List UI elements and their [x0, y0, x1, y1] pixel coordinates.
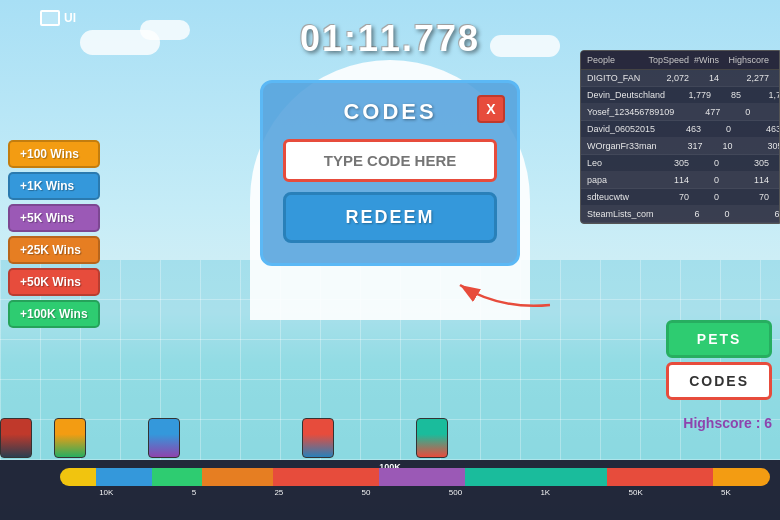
bar-seg-3	[152, 468, 202, 486]
lb-score: 305	[723, 158, 773, 168]
code-input[interactable]	[283, 139, 497, 182]
win-button[interactable]: +100 Wins	[8, 140, 100, 168]
lb-speed: 305	[643, 158, 693, 168]
bar-label-1k: 1K	[540, 488, 550, 497]
bar-seg-4	[202, 468, 273, 486]
leaderboard-row: SteamLists_com 6 0 6	[581, 206, 779, 223]
win-button[interactable]: +1K Wins	[8, 172, 100, 200]
lb-player-name: Yosef_123456789109	[587, 107, 674, 117]
lb-col-people: People	[587, 55, 643, 65]
codes-modal: CODES X REDEEM	[260, 80, 520, 266]
ui-box-icon	[40, 10, 60, 26]
bar-seg-6	[379, 468, 464, 486]
leaderboard-row: sdteucwtw 70 0 70	[581, 189, 779, 206]
avatar-1	[0, 418, 32, 458]
leaderboard-header: People TopSpeed #Wins Highscore	[581, 51, 779, 70]
close-button[interactable]: X	[477, 95, 505, 123]
lb-speed: 463	[655, 124, 705, 134]
lb-col-speed: TopSpeed	[643, 55, 693, 65]
lb-speed: 6	[654, 209, 704, 219]
cloud-2	[140, 20, 190, 40]
bar-label-50: 50	[362, 488, 371, 497]
bar-label-25: 25	[274, 488, 283, 497]
lb-wins: 0	[704, 209, 734, 219]
cloud-3	[490, 35, 560, 57]
bar-seg-9	[713, 468, 770, 486]
lb-wins: 0	[693, 175, 723, 185]
bar-label-5: 5	[192, 488, 196, 497]
lb-score: 70	[723, 192, 773, 202]
win-button[interactable]: +5K Wins	[8, 204, 100, 232]
ui-label: UI	[64, 10, 76, 26]
lb-score: 477	[754, 107, 780, 117]
avatar-3	[148, 418, 180, 458]
lb-score: 305	[737, 141, 780, 151]
lb-player-name: sdteucwtw	[587, 192, 643, 202]
highscore-label: Highscore :	[683, 415, 760, 431]
highscore-display: Highscore : 6	[683, 415, 772, 431]
leaderboard-row: Yosef_123456789109 477 0 477	[581, 104, 779, 121]
lb-player-name: Devin_Deutschland	[587, 90, 665, 100]
lb-player-name: WOrganFr33man	[587, 141, 657, 151]
bar-seg-5	[273, 468, 380, 486]
win-button[interactable]: +25K Wins	[8, 236, 100, 264]
lb-score: 114	[723, 175, 773, 185]
bar-seg-2	[96, 468, 153, 486]
game-timer: 01:11.778	[300, 18, 480, 60]
wins-panel: +100 Wins+1K Wins+5K Wins+25K Wins+50K W…	[8, 140, 100, 328]
lb-wins: 14	[693, 73, 723, 83]
lb-score: 463	[735, 124, 780, 134]
lb-speed: 2,072	[643, 73, 693, 83]
progress-area: 100K 10K 5 25 50 500 1K 50K 5K	[0, 460, 780, 520]
lb-player-name: Leo	[587, 158, 643, 168]
lb-speed: 114	[643, 175, 693, 185]
codes-side-button[interactable]: CODES	[666, 362, 772, 400]
leaderboard-row: Devin_Deutschland 1,779 85 1,779	[581, 87, 779, 104]
modal-title: CODES	[283, 99, 497, 125]
lb-score: 2,277	[723, 73, 773, 83]
lb-speed: 317	[657, 141, 707, 151]
lb-wins: 0	[724, 107, 754, 117]
win-button[interactable]: +100K Wins	[8, 300, 100, 328]
leaderboard-row: Leo 305 0 305	[581, 155, 779, 172]
progress-bar	[60, 468, 770, 486]
highscore-value: 6	[764, 415, 772, 431]
bar-labels: 10K 5 25 50 500 1K 50K 5K	[60, 488, 770, 497]
lb-speed: 477	[674, 107, 724, 117]
lb-wins: 0	[705, 124, 735, 134]
leaderboard-row: David_06052015 463 0 463	[581, 121, 779, 138]
win-button[interactable]: +50K Wins	[8, 268, 100, 296]
bar-seg-1	[60, 468, 96, 486]
bar-label-500: 500	[449, 488, 462, 497]
avatar-2	[54, 418, 86, 458]
bar-seg-8	[607, 468, 714, 486]
pets-button[interactable]: PETS	[666, 320, 772, 358]
bar-seg-7	[465, 468, 607, 486]
leaderboard: People TopSpeed #Wins Highscore DIGITO_F…	[580, 50, 780, 224]
lb-col-score: Highscore	[723, 55, 773, 65]
redeem-button[interactable]: REDEEM	[283, 192, 497, 243]
ui-indicator: UI	[40, 10, 76, 26]
lb-player-name: DIGITO_FAN	[587, 73, 643, 83]
leaderboard-row: DIGITO_FAN 2,072 14 2,277	[581, 70, 779, 87]
lb-wins: 10	[707, 141, 737, 151]
lb-wins: 85	[715, 90, 745, 100]
lb-speed: 70	[643, 192, 693, 202]
lb-score: 1,779	[745, 90, 780, 100]
leaderboard-row: papa 114 0 114	[581, 172, 779, 189]
lb-wins: 0	[693, 158, 723, 168]
leaderboard-row: WOrganFr33man 317 10 305	[581, 138, 779, 155]
lb-speed: 1,779	[665, 90, 715, 100]
avatar-4	[302, 418, 334, 458]
avatar-5	[416, 418, 448, 458]
lb-player-name: David_06052015	[587, 124, 655, 134]
lb-player-name: papa	[587, 175, 643, 185]
lb-player-name: SteamLists_com	[587, 209, 654, 219]
lb-score: 6	[734, 209, 780, 219]
bottom-avatars	[0, 418, 448, 458]
lb-wins: 0	[693, 192, 723, 202]
right-buttons-panel: PETS CODES	[666, 320, 772, 400]
bar-label-50k: 50K	[628, 488, 642, 497]
bar-label-10k: 10K	[99, 488, 113, 497]
bar-label-5k: 5K	[721, 488, 731, 497]
